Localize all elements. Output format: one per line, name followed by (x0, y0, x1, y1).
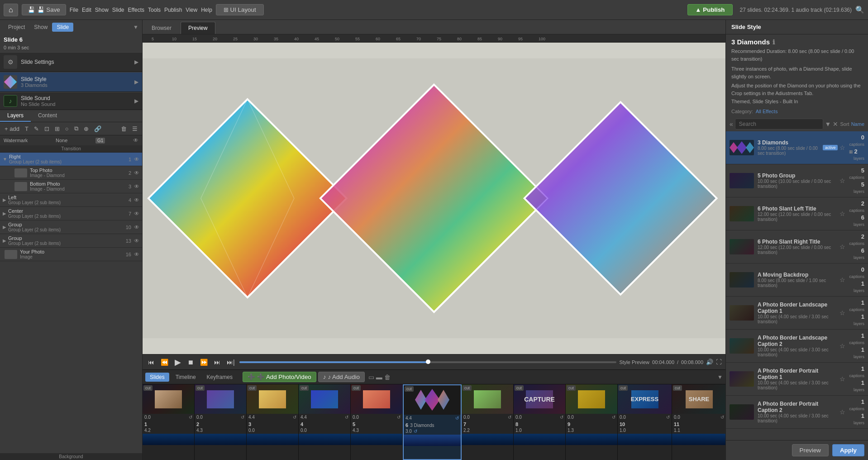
slide-item[interactable]: cut CAPTURE 0.0 ↺ 8 1.0 (514, 384, 566, 460)
global-search-icon[interactable]: 🔍 (855, 5, 864, 14)
slide-style-tab[interactable]: Slide Style (731, 24, 761, 30)
info-icon[interactable]: ℹ (773, 38, 775, 46)
menu-view[interactable]: View (186, 7, 197, 13)
layer-group-2[interactable]: ▶ Group Group Layer (2 sub items) 13 👁 (0, 234, 142, 248)
volume-icon[interactable]: 🔊 (706, 359, 713, 365)
add-text-button[interactable]: T (23, 125, 30, 133)
fullscreen-button[interactable]: ⛶ (716, 359, 722, 365)
add-photo-button[interactable]: ➕ ➕ Add Photo/Video (243, 372, 316, 382)
star-icon[interactable]: ☆ (839, 408, 845, 416)
star-icon[interactable]: ☆ (839, 309, 845, 316)
star-icon[interactable]: ☆ (839, 177, 845, 184)
slide-item[interactable]: cut 0.0 ↺ 1 4.2 (143, 384, 195, 460)
copy-button[interactable]: ⧉ (72, 124, 80, 133)
grid-button[interactable]: ⊞ (53, 125, 62, 133)
star-icon[interactable]: ☆ (839, 144, 845, 151)
style-item-3-diamonds[interactable]: 3 Diamonds 8.00 sec (8.00 sec slide / 0.… (726, 131, 868, 164)
visibility-icon[interactable]: 👁 (134, 224, 139, 230)
stop-button[interactable]: ⏹ (186, 358, 196, 367)
layer-menu-button[interactable]: ☰ (130, 125, 139, 133)
panel-expand-icon[interactable]: ▼ (133, 24, 138, 30)
tab-preview[interactable]: Preview (181, 22, 215, 34)
ui-layout-button[interactable]: ⊞ UI Layout (216, 4, 264, 15)
tab-layers[interactable]: Layers (0, 110, 31, 122)
chain-button[interactable]: 🔗 (92, 125, 103, 133)
slide-sound-section[interactable]: ♪ Slide Sound No Slide Sound ▶ (0, 92, 142, 110)
star-icon[interactable]: ☆ (839, 342, 845, 350)
visibility-icon[interactable]: 👁 (134, 197, 139, 203)
star-icon[interactable]: ☆ (839, 375, 845, 383)
search-clear-icon[interactable]: ✕ (833, 120, 838, 128)
slide-settings-section[interactable]: ⚙ Slide Settings ▶ (0, 52, 142, 72)
star-icon[interactable]: ☆ (839, 243, 845, 250)
timeline-dropdown[interactable]: ▼ (717, 374, 723, 380)
slide-item[interactable]: cut 0.0 ↺ 7 2.2 (462, 384, 514, 460)
layer-left-group[interactable]: ▶ Left Group Layer (2 sub items) 4 👁 (0, 193, 142, 207)
slide-item-selected[interactable]: cut 4.4 ↺ 6 3 Diamo (403, 384, 462, 460)
slide-item[interactable]: cut 0.0 ↺ 5 4.3 (351, 384, 403, 460)
rewind-button[interactable]: ⏪ (159, 358, 170, 367)
visibility-icon[interactable]: 👁 (134, 170, 139, 176)
fast-forward-button[interactable]: ⏩ (198, 358, 210, 367)
menu-effects[interactable]: Effects (128, 7, 144, 13)
forward-to-end-button[interactable]: ⏭| (225, 358, 237, 367)
apply-button[interactable]: Apply (832, 444, 864, 456)
slide-item[interactable]: cut 4.4 ↺ 3 0.0 (247, 384, 299, 460)
link-button[interactable]: ○ (63, 125, 71, 133)
slide-style-section[interactable]: Slide Style 3 Diamonds ▶ (0, 72, 142, 92)
slide-item[interactable]: cut SHARE 0.0 ↺ 11 1.1 (672, 384, 725, 460)
tab-timeline[interactable]: Timeline (171, 373, 200, 382)
style-item-border-portrait-2[interactable]: A Photo Border Portrait Caption 2 10.00 … (726, 396, 868, 429)
home-button[interactable]: ⌂ (4, 4, 18, 16)
delete-layer-button[interactable]: 🗑 (119, 125, 129, 133)
layer-bottom-photo[interactable]: Bottom Photo Image - Diamond 3 👁 (0, 180, 142, 193)
paste-button[interactable]: ⊕ (82, 125, 91, 133)
visibility-icon[interactable]: 👁 (134, 238, 139, 244)
mask-button[interactable]: ⊡ (43, 125, 51, 133)
slide-view-icon[interactable]: ▭ (368, 374, 374, 381)
progress-track[interactable] (239, 361, 617, 363)
layer-top-photo[interactable]: Top Photo Image - Diamond 2 👁 (0, 166, 142, 180)
preview-button[interactable]: Preview (792, 444, 829, 456)
slide-item[interactable]: cut EXPRESS 0.0 ↺ 10 1.0 (618, 384, 672, 460)
slide-item[interactable]: cut 0.0 ↺ 9 1.3 (566, 384, 618, 460)
tab-content[interactable]: Content (31, 110, 64, 122)
visibility-icon[interactable]: 👁 (134, 156, 139, 163)
menu-help[interactable]: Help (201, 7, 212, 13)
style-item-border-landscape-1[interactable]: A Photo Border Landscape Caption 1 10.00… (726, 297, 868, 330)
tab-browser[interactable]: Browser (144, 22, 179, 34)
add-layer-button[interactable]: + add (3, 125, 21, 133)
search-down-icon[interactable]: ▼ (825, 120, 831, 128)
eye-icon[interactable]: 👁 (133, 137, 138, 144)
slide-item[interactable]: cut 4.4 ↺ 4 0.0 (299, 384, 351, 460)
visibility-icon[interactable]: 👁 (134, 211, 139, 217)
style-item-5-photo-group[interactable]: 5 Photo Group 10.00 sec (10.00 sec slide… (726, 164, 868, 197)
tab-project[interactable]: Project (4, 23, 29, 32)
style-item-6-photo-slant-right[interactable]: 6 Photo Slant Right Title 12.00 sec (12.… (726, 230, 868, 264)
tab-slide[interactable]: Slide (52, 23, 73, 32)
visibility-icon[interactable]: 👁 (134, 251, 139, 258)
layer-your-photo[interactable]: Your Photo Image 16 👁 (0, 248, 142, 261)
tab-keyframes[interactable]: Keyframes (202, 373, 237, 382)
layer-center-group[interactable]: ▶ Center Group Layer (2 sub items) 7 👁 (0, 207, 142, 220)
slide-item[interactable]: cut 0.0 ↺ 2 4.3 (195, 384, 247, 460)
star-icon[interactable]: ☆ (839, 210, 845, 217)
forward-frame-button[interactable]: ⏭ (212, 358, 222, 367)
style-item-border-landscape-2[interactable]: A Photo Border Landscape Caption 2 10.00… (726, 330, 868, 363)
save-button[interactable]: 💾 💾 Save (22, 4, 66, 15)
menu-show[interactable]: Show (95, 7, 109, 13)
menu-edit[interactable]: Edit (82, 7, 91, 13)
progress-thumb[interactable] (426, 359, 430, 364)
visibility-icon[interactable]: 👁 (134, 183, 139, 190)
collapse-button[interactable]: « (730, 120, 733, 128)
publish-button[interactable]: ▲ Publish (687, 4, 732, 15)
rewind-to-start-button[interactable]: ⏮ (146, 358, 156, 367)
style-item-moving-backdrop[interactable]: A Moving Backdrop 8.00 sec (8.00 sec sli… (726, 264, 868, 297)
sort-value[interactable]: Name (851, 121, 864, 127)
search-input[interactable] (735, 119, 823, 129)
add-audio-button[interactable]: ♪ ♪ Add Audio (318, 372, 365, 382)
category-value[interactable]: All Effects (756, 109, 778, 114)
tab-slides[interactable]: Slides (145, 373, 169, 382)
menu-tools[interactable]: Tools (148, 7, 161, 13)
menu-publish[interactable]: Publish (164, 7, 182, 13)
